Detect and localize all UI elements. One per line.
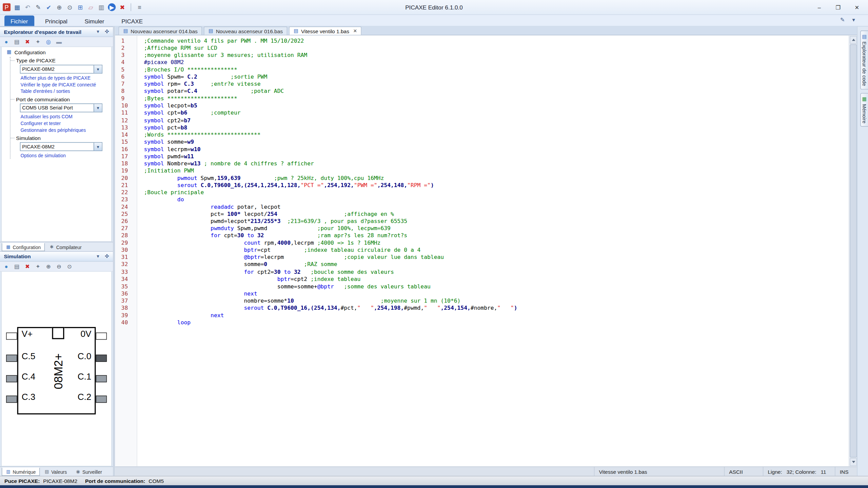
- target-icon[interactable]: ◎: [45, 38, 52, 45]
- close-doc-icon[interactable]: ✖: [24, 38, 31, 45]
- link-gestionnaire-des-peripheriques[interactable]: Gestionnaire des périphériques: [20, 127, 109, 134]
- app-icon[interactable]: P: [3, 3, 11, 11]
- pin-c-5[interactable]: [6, 355, 17, 362]
- link-afficher-plus-de-types-de-picaxe[interactable]: Afficher plus de types de PICAXE: [20, 75, 109, 81]
- pin-c-1[interactable]: [96, 375, 107, 382]
- world-icon[interactable]: ●: [3, 263, 10, 270]
- side-tab-explorateur-de-code[interactable]: ▤Explorateur de code: [860, 30, 868, 89]
- doc-tab-nouveau-ascenseur-014-bas[interactable]: ▤Nouveau ascenseur 014.bas: [118, 26, 202, 35]
- search-icon[interactable]: ⊙: [66, 3, 74, 11]
- line-number: 7: [121, 80, 137, 87]
- line-number: 21: [121, 181, 137, 188]
- ribbon-tab-principal[interactable]: Principal: [39, 16, 74, 26]
- style-icon[interactable]: ✎: [839, 17, 846, 23]
- stop-icon[interactable]: ✖: [118, 3, 126, 11]
- code-line: #picaxe 08M2: [144, 59, 857, 66]
- table-icon[interactable]: ⊞: [76, 3, 84, 11]
- panel-tab-surveiller[interactable]: ◉Surveiller: [71, 468, 106, 476]
- doc-tab-nouveau-ascenseur-016-bas[interactable]: ▤Nouveau ascenseur 016.bas: [204, 26, 287, 35]
- pin-v[interactable]: [6, 332, 17, 340]
- scroll-up-icon[interactable]: [850, 36, 857, 44]
- line-number: 27: [121, 225, 137, 232]
- world-icon[interactable]: ●: [3, 38, 10, 45]
- code-editor[interactable]: 1234567891011121314151617181920212223242…: [115, 35, 857, 466]
- panel-tab-valeurs[interactable]: ▤Valeurs: [40, 468, 71, 476]
- ribbon-tab-simuler[interactable]: Simuler: [79, 16, 111, 26]
- dropdown-simulation[interactable]: PICAXE-08M2▾: [20, 142, 102, 151]
- chevron-down-icon[interactable]: ▾: [95, 253, 101, 260]
- zoom-in-icon[interactable]: ⊕: [45, 263, 52, 270]
- status-cursor-position: Ligne: 32; Colonne: 11: [763, 467, 835, 476]
- doc-tab-vitesse-ventilo-1-bas[interactable]: ▤Vitesse ventilo 1.bas✕: [289, 26, 361, 35]
- tree-connector: [11, 99, 14, 100]
- pin-0v[interactable]: [96, 332, 107, 340]
- meter-icon[interactable]: ▥: [97, 3, 105, 11]
- link-options-de-simulation[interactable]: Options de simulation: [20, 152, 109, 159]
- titlebar: P▦↶✎✔⊕⊙⊞▱▥▶✖≡ PICAXE Editor 6.1.0.0 –❐✕: [0, 0, 868, 15]
- pin-icon[interactable]: ✜: [103, 28, 110, 35]
- pin-c-4[interactable]: [6, 375, 17, 382]
- code-line: symbol Spwm= C.2 ;sortie PWM: [144, 73, 857, 80]
- close-tab-icon[interactable]: ✕: [353, 28, 357, 34]
- dropdown-arrow-icon[interactable]: ▾: [94, 104, 102, 112]
- workspace-header-icons: ▾✜: [95, 28, 110, 35]
- link-actualiser-les-ports-com[interactable]: Actualiser les ports COM: [20, 114, 109, 120]
- undo-icon[interactable]: ↶: [24, 3, 32, 11]
- chevron-down-icon[interactable]: ▾: [850, 17, 857, 23]
- dropdown-port-de-communication[interactable]: COM5 USB Serial Port▾: [20, 103, 102, 112]
- scrollbar-thumb[interactable]: [850, 44, 857, 458]
- zoom-reset-icon[interactable]: ⊙: [66, 263, 73, 270]
- pen-icon[interactable]: ✎: [34, 3, 42, 11]
- pin-icon[interactable]: ✜: [103, 253, 110, 260]
- maximize-button[interactable]: ❐: [830, 2, 846, 12]
- line-number: 40: [121, 319, 137, 326]
- eraser-icon[interactable]: ▱: [87, 3, 95, 11]
- minimize-button[interactable]: –: [811, 2, 827, 12]
- dropdown-arrow-icon[interactable]: ▾: [94, 65, 102, 73]
- menu-icon[interactable]: ≡: [136, 3, 143, 11]
- code-line: bptr=cpt2 ;indexe tableau: [144, 275, 857, 282]
- dropdown-type-de-picaxe[interactable]: PICAXE-08M2▾: [20, 65, 102, 74]
- line-number: 33: [121, 268, 137, 275]
- print-icon[interactable]: ▤: [13, 263, 20, 270]
- chip-diagram: 08M2+ V+C.5C.4C.30VC.0C.1C.2: [2, 272, 111, 466]
- line-number: 38: [121, 304, 137, 311]
- pin-label-v: V+: [22, 329, 33, 339]
- print-icon[interactable]: ▤: [13, 38, 20, 45]
- tree-item-label: Port de communication: [16, 96, 70, 102]
- side-tab-label: Explorateur de code: [862, 41, 867, 86]
- link-verifier-le-type-de-picaxe-connecte[interactable]: Vérifier le type de PICAXE connecté: [20, 81, 109, 88]
- ribbon-tab-picaxe[interactable]: PICAXE: [115, 16, 149, 26]
- pin-c-0[interactable]: [96, 355, 107, 362]
- pin-c-3[interactable]: [6, 395, 17, 403]
- tree-children: Type de PICAXEPICAXE-08M2▾Afficher plus …: [10, 57, 109, 159]
- wrench-icon[interactable]: ✦: [34, 38, 41, 45]
- run-icon[interactable]: ▶: [108, 3, 116, 11]
- simulation-canvas: 08M2+ V+C.5C.4C.30VC.0C.1C.2: [1, 272, 112, 467]
- pin-label-0v: 0V: [62, 329, 91, 339]
- ribbon-tab-fichier[interactable]: Fichier: [4, 16, 34, 26]
- close-doc-icon[interactable]: ✖: [24, 263, 31, 270]
- zoom-out-icon[interactable]: ⊖: [55, 263, 62, 270]
- link-table-d-entrees-sorties[interactable]: Table d'entrées / sorties: [20, 88, 109, 95]
- chevron-down-icon[interactable]: ▾: [95, 28, 101, 35]
- panel-tab-configuration[interactable]: ▦Configuration: [2, 243, 45, 251]
- scroll-down-icon[interactable]: [850, 458, 857, 466]
- pin-c-2[interactable]: [96, 395, 107, 403]
- doc-icon: ▤: [123, 28, 128, 34]
- code-line: symbol lecpot=b5: [144, 102, 857, 109]
- panel-tab-compilateur[interactable]: ✱Compilateur: [45, 243, 85, 251]
- ribbon-right-icons: ✎▾: [839, 17, 857, 23]
- wrench-icon[interactable]: ✦: [34, 263, 41, 270]
- close-button[interactable]: ✕: [849, 2, 865, 12]
- pin-label-c-1: C.1: [62, 372, 91, 382]
- vertical-scrollbar[interactable]: [849, 35, 857, 466]
- check-icon[interactable]: ✔: [45, 3, 53, 11]
- dropdown-arrow-icon[interactable]: ▾: [94, 143, 102, 150]
- screen-icon[interactable]: ▬: [55, 38, 62, 45]
- side-tab-memoire[interactable]: ▦Mémoire: [860, 93, 868, 127]
- panel-tab-numerique[interactable]: ▥Numérique: [2, 468, 40, 476]
- link-configurer-et-tester[interactable]: Configurer et tester: [20, 120, 109, 127]
- zoom-icon[interactable]: ⊕: [55, 3, 63, 11]
- save-icon[interactable]: ▦: [13, 3, 21, 11]
